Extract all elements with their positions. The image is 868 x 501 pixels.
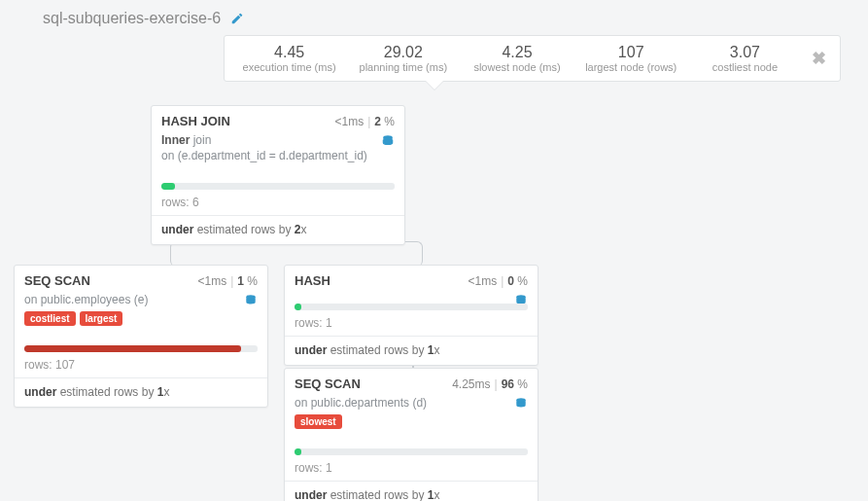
stat-costliest-node: 3.07 costliest node	[688, 43, 802, 74]
tag-slowest: slowest	[295, 414, 342, 429]
plan-node-hash-join[interactable]: HASH JOIN <1ms|2 % Inner join on (e.depa…	[151, 105, 405, 245]
node-metrics: 4.25ms|96 %	[452, 377, 528, 391]
plan-node-seq-scan-employees[interactable]: SEQ SCAN <1ms|1 % on public.employees (e…	[14, 265, 268, 408]
stat-largest-node: 107 largest node (rows)	[574, 43, 688, 74]
estimate-note: under estimated rows by 1x	[15, 377, 267, 407]
plan-node-seq-scan-departments[interactable]: SEQ SCAN 4.25ms|96 % on public.departmen…	[284, 368, 538, 501]
rows-count: rows: 107	[15, 358, 267, 377]
rows-bar	[161, 183, 395, 190]
stat-slowest-node: 4.25 slowest node (ms)	[460, 43, 573, 74]
stats-bar: 4.45 execution time (ms) 29.02 planning …	[224, 35, 841, 82]
estimate-note: under estimated rows by 2x	[152, 215, 404, 244]
rows-bar	[295, 304, 528, 310]
close-icon[interactable]: ✖	[802, 48, 832, 69]
database-icon	[244, 294, 258, 307]
rows-bar	[24, 345, 258, 352]
estimate-note: under estimated rows by 1x	[285, 481, 538, 501]
stats-caret-icon	[425, 81, 444, 90]
database-icon	[514, 397, 528, 411]
plan-node-hash[interactable]: HASH <1ms|0 % rows: 1 under estimated ro…	[284, 265, 538, 366]
node-metrics: <1ms|1 %	[197, 274, 258, 288]
rows-count: rows: 6	[152, 196, 404, 215]
stat-planning-time: 29.02 planning time (ms)	[346, 43, 460, 74]
plan-title: sql-subqueries-exercise-6	[43, 10, 221, 27]
rows-count: rows: 1	[285, 316, 538, 336]
tag-largest: largest	[80, 311, 123, 326]
plan-title-row: sql-subqueries-exercise-6	[43, 10, 244, 27]
rows-bar	[295, 448, 528, 455]
edit-icon[interactable]	[230, 12, 244, 25]
tag-costliest: costliest	[24, 311, 76, 326]
stat-execution-time: 4.45 execution time (ms)	[232, 43, 346, 74]
database-icon	[381, 134, 395, 148]
node-metrics: <1ms|2 %	[334, 115, 395, 128]
estimate-note: under estimated rows by 1x	[285, 336, 538, 365]
rows-count: rows: 1	[285, 461, 538, 481]
node-title: HASH	[295, 273, 330, 288]
node-title: HASH JOIN	[161, 114, 230, 128]
node-title: SEQ SCAN	[295, 376, 361, 391]
node-metrics: <1ms|0 %	[468, 274, 528, 288]
node-title: SEQ SCAN	[24, 273, 90, 288]
